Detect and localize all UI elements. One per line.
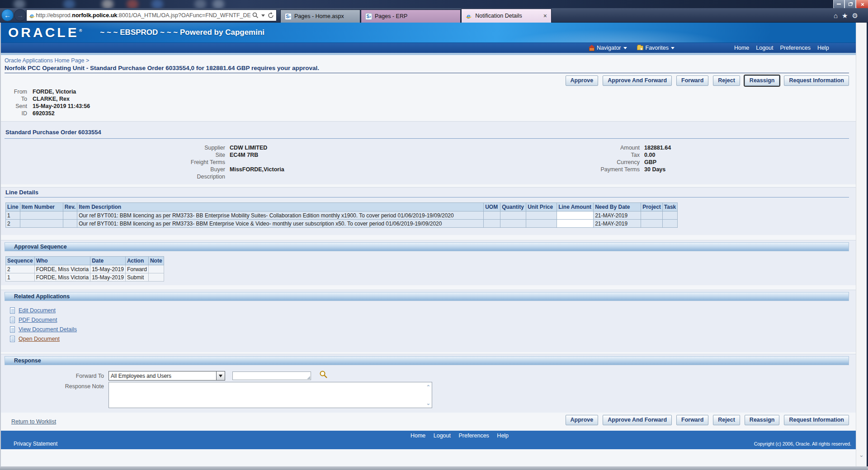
view-document-details-link[interactable]: View Document Details (19, 326, 77, 333)
browser-forward-button[interactable]: → (14, 9, 26, 21)
amount-label: Amount (497, 145, 640, 151)
line-details-title: Line Details (5, 189, 38, 196)
approve-button[interactable]: Approve (566, 415, 599, 425)
close-tab-icon[interactable]: × (543, 13, 547, 19)
favorites-label: Favorites (646, 45, 669, 51)
col-action: Action (125, 257, 148, 265)
sent-label: Sent (5, 103, 27, 109)
textarea-scroll-arrows[interactable]: ⌃⌄ (426, 385, 430, 405)
header-link-logout[interactable]: Logout (756, 45, 773, 51)
tab-label: Notification Details (475, 13, 522, 19)
close-window-button[interactable]: × (856, 0, 868, 9)
approve-and-forward-button[interactable]: Approve And Forward (603, 75, 672, 86)
reject-button[interactable]: Reject (713, 415, 740, 425)
tab-label: Pages - ERP (375, 13, 407, 19)
forward-to-select[interactable]: All Employees and Users (108, 371, 225, 381)
line-details-section: Line Details Line Item Number Rev. Item … (0, 187, 856, 235)
response-header: Response (5, 356, 849, 365)
address-dropdown-icon[interactable] (261, 14, 265, 17)
window-controls: × (833, 0, 868, 9)
reassign-button[interactable]: Reassign (745, 75, 780, 86)
list-item: Open Document (10, 334, 77, 343)
document-icon (10, 326, 15, 333)
currency-value: GBP (644, 159, 656, 165)
chevron-down-icon: ⌄ (426, 401, 430, 405)
privacy-statement-link[interactable]: Privacy Statement (14, 441, 57, 447)
breadcrumb: Oracle Applications Home Page > (5, 57, 89, 64)
id-label: ID (5, 110, 27, 117)
footer-link-logout[interactable]: Logout (434, 432, 451, 439)
window-bottom-edge (0, 466, 868, 470)
col-unit-price: Unit Price (526, 203, 557, 212)
table-row: 1 FORDE, Miss Victoria 15-May-2019 Submi… (6, 273, 164, 282)
forward-to-selected-value: All Employees and Users (109, 373, 216, 379)
refresh-icon[interactable] (268, 12, 274, 19)
copyright-text: Copyright (c) 2006, Oracle. All rights r… (754, 441, 851, 446)
header-link-help[interactable]: Help (817, 45, 829, 51)
environment-banner-text: ~ ~ ~ EBSPROD ~ ~ ~ Powered by Capgemini (100, 28, 264, 37)
address-bar[interactable]: e http://ebsprod.norfolk.police.uk:8001/… (26, 9, 277, 21)
amount-value: 182881.64 (644, 145, 671, 151)
browser-back-button[interactable]: ← (1, 9, 14, 21)
approve-and-forward-button[interactable]: Approve And Forward (603, 415, 672, 425)
table-row: 2 FORDE, Miss Victoria 15-May-2019 Forwa… (6, 265, 164, 273)
navigator-menu[interactable]: Navigator (589, 45, 627, 51)
site-value: EC4M 7RB (230, 152, 258, 158)
settings-gear-icon[interactable]: ⚙ (852, 12, 858, 20)
open-document-link[interactable]: Open Document (19, 336, 60, 342)
breadcrumb-home-link[interactable]: Oracle Applications Home Page (5, 57, 84, 64)
chevron-up-icon: ⌃ (426, 385, 430, 389)
tab-notification-details[interactable]: e Notification Details × (461, 9, 552, 23)
site-label: Site (5, 152, 225, 158)
scroll-down-icon[interactable]: ⌄ (856, 451, 867, 458)
search-icon[interactable] (252, 12, 259, 19)
request-information-button[interactable]: Request Information (784, 75, 849, 86)
col-quantity: Quantity (500, 203, 526, 212)
taskbar-blur-decor (0, 0, 316, 8)
purchase-order-section: Standard Purchase Order 6033554 Supplier… (0, 121, 856, 184)
reassign-button[interactable]: Reassign (745, 415, 780, 425)
to-value: CLARKE, Rex (33, 96, 70, 102)
tab-pages-home[interactable]: S› Pages - Home.aspx (280, 9, 360, 23)
response-note-textarea[interactable]: ⌃⌄ (108, 382, 432, 408)
close-icon: × (861, 1, 864, 8)
tab-pages-erp[interactable]: S› Pages - ERP (361, 9, 461, 23)
breadcrumb-separator: > (86, 57, 89, 64)
request-information-button[interactable]: Request Information (784, 415, 849, 425)
favorites-star-icon[interactable]: ★ (842, 12, 848, 20)
favorites-menu[interactable]: Favorites (637, 45, 675, 51)
header-link-home[interactable]: Home (734, 45, 749, 51)
footer-link-help[interactable]: Help (497, 432, 509, 439)
forward-button[interactable]: Forward (676, 75, 708, 86)
buyer-value: MissFORDE,Victoria (230, 166, 284, 173)
pdf-document-link[interactable]: PDF Document (19, 317, 57, 323)
approve-button[interactable]: Approve (566, 75, 599, 86)
page-bottom-space (0, 449, 856, 466)
footer-link-home[interactable]: Home (410, 432, 425, 439)
restore-button[interactable] (844, 0, 856, 9)
search-lov-icon[interactable] (319, 370, 328, 379)
table-header-row: Line Item Number Rev. Item Description U… (6, 203, 678, 212)
forward-to-label: Forward To (0, 373, 104, 379)
vertical-scrollbar[interactable]: ⌄ (856, 23, 867, 466)
chevron-down-icon (623, 47, 627, 49)
minimize-icon (837, 4, 841, 5)
edit-document-link[interactable]: Edit Document (19, 307, 56, 314)
minimize-button[interactable] (833, 0, 844, 9)
forward-to-person-input[interactable] (232, 371, 311, 380)
supplier-label: Supplier (5, 145, 225, 151)
response-section: Response Forward To All Employees and Us… (0, 354, 856, 413)
oracle-nav-band: Navigator Favorites Home Logout Preferen… (0, 43, 856, 53)
chevron-down-icon (671, 47, 675, 49)
footer-link-preferences[interactable]: Preferences (458, 432, 489, 439)
header-link-preferences[interactable]: Preferences (780, 45, 810, 51)
list-item: View Document Details (10, 324, 77, 334)
sharepoint-icon: S› (365, 13, 372, 20)
from-value: FORDE, Victoria (33, 89, 76, 95)
forward-button[interactable]: Forward (676, 415, 708, 425)
col-project: Project (641, 203, 663, 212)
action-buttons-bottom: Approve Approve And Forward Forward Reje… (5, 415, 849, 425)
home-icon[interactable]: ⌂ (834, 12, 838, 20)
reject-button[interactable]: Reject (713, 75, 740, 86)
navigator-icon (589, 47, 594, 51)
